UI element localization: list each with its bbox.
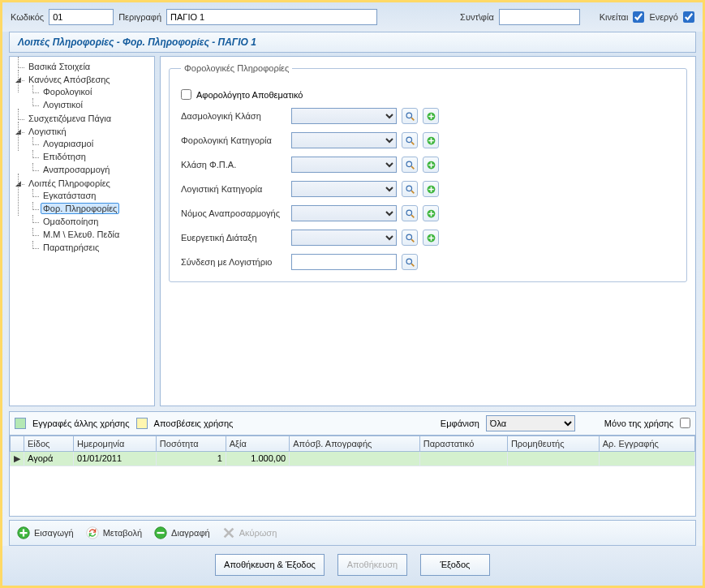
only-year-checkbox[interactable] <box>680 418 690 428</box>
only-year-label: Μόνο της χρήσης <box>604 418 673 428</box>
tree-tax-info[interactable]: Φορ. Πληροφορίες <box>41 203 119 214</box>
moves-label: Κινείται <box>600 12 629 22</box>
search-icon[interactable] <box>402 254 418 270</box>
add-icon[interactable] <box>423 108 439 124</box>
tax-free-reserve-label: Αφορολόγητο Αποθεματικό <box>196 90 303 100</box>
tax-free-reserve-checkbox[interactable] <box>181 89 191 100</box>
acct-category-select[interactable] <box>291 181 397 197</box>
cancel-button: Ακύρωση <box>221 526 277 540</box>
grid-toolbar: Εγγραφές άλλης χρήσης Αποσβέσεις χρήσης … <box>10 412 695 436</box>
tree-related-assets[interactable]: Συσχετιζόμενα Πάγια <box>26 113 114 124</box>
tree-accounting[interactable]: Λογιστική <box>26 126 69 137</box>
benefit-order-label: Ευεργετική Διάταξη <box>181 233 286 242</box>
code-label: Κωδικός <box>11 12 44 22</box>
desc-input[interactable] <box>166 9 377 25</box>
header-bar: Κωδικός Περιγραφή Συντ\φία Κινείται Ενερ… <box>2 2 703 32</box>
cell-inv-depr <box>290 451 420 466</box>
insert-button[interactable]: Εισαγωγή <box>16 526 74 540</box>
search-icon[interactable] <box>402 230 418 246</box>
chevron-down-icon[interactable]: ◢ <box>15 180 22 187</box>
code-input[interactable] <box>49 9 114 25</box>
cell-entry-no <box>599 451 694 466</box>
tree-grouping[interactable]: Ομαδοποίηση <box>41 216 101 227</box>
vat-class-select[interactable] <box>291 157 397 173</box>
tree-acct-rules[interactable]: Λογιστικοί <box>41 99 85 110</box>
tree-tax-rules[interactable]: Φορολογικοί <box>41 86 94 97</box>
main-area: Βασικά Στοιχεία ◢ Κανόνες Απόσβεσης Φορο… <box>9 56 696 406</box>
tree-accounts[interactable]: Λογαριασμοί <box>41 138 96 149</box>
tax-category-select[interactable] <box>291 132 397 148</box>
add-icon[interactable] <box>423 157 439 173</box>
delete-button[interactable]: Διαγραφή <box>153 526 210 540</box>
benefit-order-select[interactable] <box>291 230 397 246</box>
link-ledger-input[interactable] <box>291 254 397 270</box>
form-panel: Φορολογικές Πληροφορίες Αφορολόγητο Αποθ… <box>160 56 696 406</box>
grid-action-bar: Εισαγωγή Μεταβολή Διαγραφή Ακύρωση <box>9 520 696 546</box>
col-supplier[interactable]: Προμηθευτής <box>507 436 599 451</box>
svg-point-21 <box>86 527 97 539</box>
add-icon[interactable] <box>423 181 439 197</box>
svg-line-10 <box>411 191 414 193</box>
save-button: Αποθήκευση <box>337 554 407 576</box>
save-exit-button[interactable]: Αποθήκευση & Έξοδος <box>215 554 325 576</box>
cell-type: Αγορά <box>24 451 74 466</box>
svg-point-3 <box>406 137 412 143</box>
tax-category-label: Φορολογική Κατηγορία <box>181 135 286 145</box>
col-date[interactable]: Ημερομηνία <box>74 436 157 451</box>
col-type[interactable]: Είδος <box>24 436 74 451</box>
entries-grid[interactable]: Είδος Ημερομηνία Ποσότητα Αξία Απόσβ. Απ… <box>10 436 695 516</box>
breadcrumb: Λοιπές Πληροφορίες - Φορ. Πληροφορίες - … <box>9 32 696 53</box>
svg-point-18 <box>406 259 412 264</box>
svg-point-12 <box>406 210 412 216</box>
tree-basic-info[interactable]: Βασικά Στοιχεία <box>26 61 92 72</box>
add-icon[interactable] <box>423 132 439 148</box>
moves-checkbox[interactable] <box>633 11 644 23</box>
chevron-down-icon[interactable]: ◢ <box>15 76 22 84</box>
col-qty[interactable]: Ποσότητα <box>156 436 226 451</box>
show-label: Εμφάνιση <box>441 418 479 428</box>
search-icon[interactable] <box>402 181 418 197</box>
svg-line-13 <box>411 215 414 217</box>
readj-law-select[interactable] <box>291 205 397 221</box>
acct-category-label: Λογιστική Κατηγορία <box>181 184 286 194</box>
tree-notes[interactable]: Παρατηρήσεις <box>41 242 101 253</box>
show-select[interactable]: Όλα <box>486 415 575 431</box>
add-icon[interactable] <box>423 230 439 246</box>
modify-button[interactable]: Μεταβολή <box>85 526 142 540</box>
tree-readjust[interactable]: Αναπροσαρμογή <box>41 164 112 175</box>
tree-other-info[interactable]: Λοιπές Πληροφορίες <box>26 178 113 189</box>
col-inv-depr[interactable]: Απόσβ. Απογραφής <box>290 436 420 451</box>
cell-value: 1.000,00 <box>226 451 289 466</box>
col-doc[interactable]: Παραστατικό <box>419 436 507 451</box>
cell-qty: 1 <box>156 451 226 466</box>
app-window: Κωδικός Περιγραφή Συντ\φία Κινείται Ενερ… <box>0 0 705 588</box>
active-checkbox[interactable] <box>683 11 694 23</box>
minus-circle-icon <box>153 526 168 540</box>
tree-installation[interactable]: Εγκατάσταση <box>41 190 98 201</box>
fieldset-legend: Φορολογικές Πληροφορίες <box>181 63 292 73</box>
abbr-input[interactable] <box>499 9 580 25</box>
svg-point-9 <box>406 186 412 191</box>
cell-date: 01/01/2011 <box>74 451 157 466</box>
col-entry-no[interactable]: Αρ. Εγγραφής <box>599 436 694 451</box>
tree-subsidy[interactable]: Επιδότηση <box>41 151 88 162</box>
dialog-button-bar: Αποθήκευση & Έξοδος Αποθήκευση Έξοδος <box>2 546 703 586</box>
svg-line-19 <box>411 264 414 266</box>
row-indicator-icon: ▶ <box>11 451 24 466</box>
search-icon[interactable] <box>402 157 418 173</box>
table-row[interactable]: ▶ Αγορά 01/01/2011 1 1.000,00 <box>11 451 695 466</box>
tree-deprec-rules[interactable]: Κανόνες Απόσβεσης <box>26 74 113 85</box>
tariff-class-select[interactable] <box>291 108 397 124</box>
search-icon[interactable] <box>402 205 418 221</box>
cell-supplier <box>507 451 599 466</box>
entries-panel: Εγγραφές άλλης χρήσης Αποσβέσεις χρήσης … <box>9 411 696 517</box>
tree-units-freefields[interactable]: Μ.Μ \ Ελευθ. Πεδία <box>41 229 122 240</box>
col-value[interactable]: Αξία <box>226 436 289 451</box>
search-icon[interactable] <box>402 108 418 124</box>
cell-doc <box>419 451 507 466</box>
chevron-down-icon[interactable]: ◢ <box>15 128 22 135</box>
add-icon[interactable] <box>423 205 439 221</box>
svg-point-0 <box>406 113 412 118</box>
search-icon[interactable] <box>402 132 418 148</box>
exit-button[interactable]: Έξοδος <box>420 554 490 576</box>
